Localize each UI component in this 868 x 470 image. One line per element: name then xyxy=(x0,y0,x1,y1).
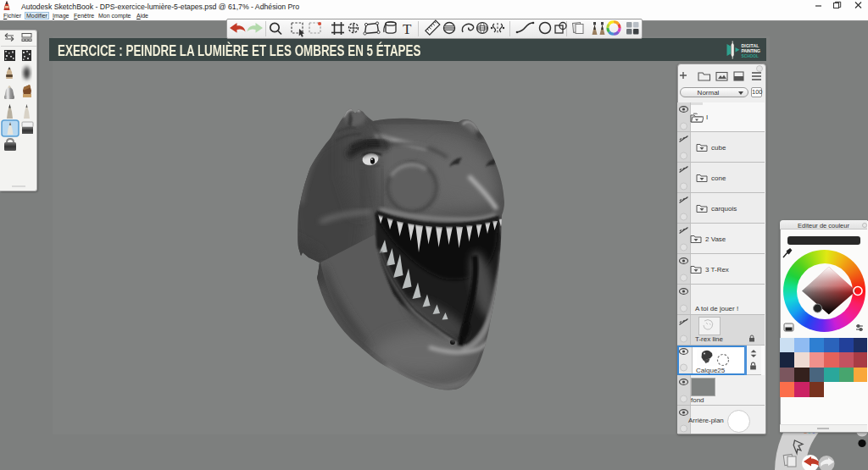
svg-text:T: T xyxy=(403,21,412,37)
